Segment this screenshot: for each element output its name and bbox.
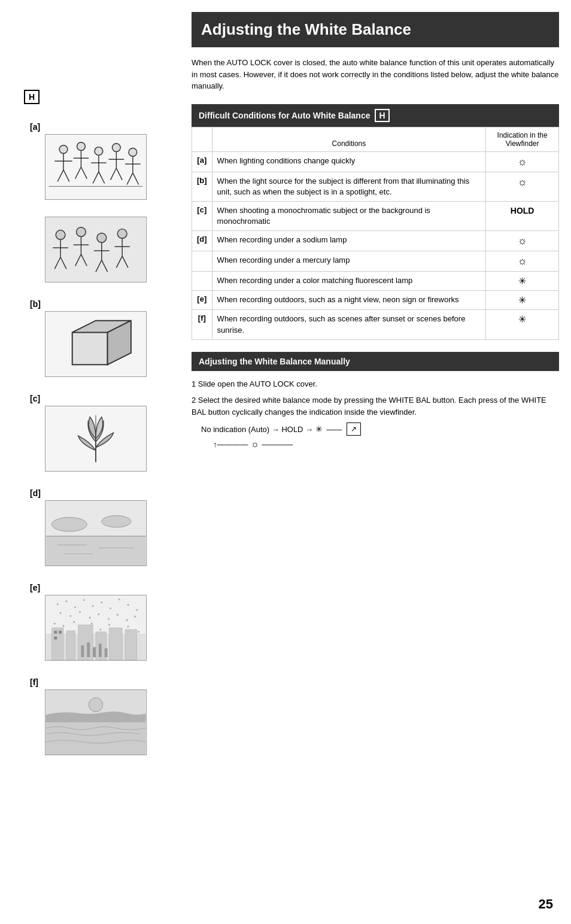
- svg-point-64: [57, 603, 59, 605]
- svg-point-65: [65, 600, 67, 602]
- svg-point-59: [102, 516, 131, 528]
- row-label-d1: [d]: [192, 231, 212, 251]
- image-label-e: [e]: [30, 583, 40, 592]
- svg-point-71: [119, 598, 120, 600]
- condition-c: When shooting a monochromatic subject or…: [212, 202, 486, 231]
- title-section: Adjusting the White Balance: [192, 12, 559, 47]
- svg-point-91: [127, 626, 129, 628]
- cycle-sub-line: ————: [262, 439, 293, 451]
- cycle-sun-sub: ☼: [251, 437, 260, 451]
- cycle-sub: ↑————: [213, 439, 248, 451]
- page-title: Adjusting the White Balance: [201, 20, 549, 39]
- sun-icon-d2: ☼: [517, 255, 527, 267]
- table-row: When recording under a mercury lamp ☼: [192, 251, 559, 272]
- sun-dots-e: ✳: [518, 295, 526, 305]
- row-label-a: [a]: [192, 151, 212, 172]
- sun-dots-d3: ✳: [518, 276, 526, 286]
- table-row: [e] When recording outdoors, such as a n…: [192, 291, 559, 310]
- svg-point-85: [73, 621, 75, 623]
- svg-point-6: [77, 142, 86, 151]
- indication-e: ✳: [486, 291, 559, 310]
- svg-point-112: [89, 698, 103, 712]
- manual-section-header: Adjusting the White Balance Manually: [192, 352, 559, 371]
- indication-d2: ☼: [486, 251, 559, 272]
- svg-point-81: [126, 619, 128, 621]
- svg-point-38: [97, 233, 107, 243]
- col-label: [192, 127, 212, 151]
- row-label-c: [c]: [192, 202, 212, 231]
- svg-rect-107: [105, 648, 108, 657]
- sketch-d: [45, 500, 147, 566]
- page-number: 25: [539, 896, 553, 912]
- svg-point-11: [95, 147, 103, 156]
- svg-point-66: [74, 606, 76, 608]
- condition-e: When recording outdoors, such as a night…: [212, 291, 486, 310]
- svg-point-33: [77, 227, 86, 237]
- col-conditions: Conditions: [212, 127, 486, 151]
- indication-b: ☼: [486, 172, 559, 201]
- col-indication: Indication in the Viewfinder: [486, 127, 559, 151]
- svg-point-69: [101, 601, 102, 603]
- image-group-b: [b]: [12, 299, 180, 377]
- svg-rect-105: [93, 647, 96, 657]
- step2: 2 Select the desired white balance mode …: [192, 394, 559, 418]
- sketch-a2: [45, 217, 147, 282]
- image-group-e: [e]: [12, 583, 180, 661]
- image-group-a: [a]: [12, 122, 180, 200]
- svg-point-16: [112, 144, 120, 152]
- manual-section-title: Adjusting the White Balance Manually: [199, 357, 350, 366]
- sketch-c: [45, 406, 147, 472]
- svg-rect-95: [66, 631, 75, 660]
- row-label-d3: [192, 272, 212, 291]
- image-group-d: [d]: [12, 488, 180, 566]
- svg-point-28: [56, 230, 65, 240]
- image-label-b: [b]: [30, 299, 41, 309]
- svg-point-70: [110, 607, 111, 609]
- condition-b: When the light source for the subject is…: [212, 172, 486, 201]
- table-row: [a] When lighting conditions change quic…: [192, 151, 559, 172]
- cycle-sun-icon: ✳: [315, 423, 323, 436]
- svg-point-75: [69, 615, 71, 617]
- left-column: H [a]: [12, 12, 180, 912]
- svg-point-68: [92, 605, 94, 607]
- manual-steps: 1 Slide open the AUTO LOCK cover. 2 Sele…: [192, 378, 559, 452]
- svg-point-76: [79, 611, 81, 613]
- cycle-box: ↗: [347, 423, 361, 436]
- svg-rect-100: [54, 631, 57, 634]
- svg-point-74: [60, 612, 62, 614]
- cycle-arrow: ——: [326, 424, 342, 436]
- hold-text: HOLD: [511, 206, 534, 215]
- table-row: [c] When shooting a monochromatic subjec…: [192, 202, 559, 231]
- intro-text: When the AUTO LOCK cover is closed, the …: [192, 57, 559, 92]
- condition-f: When recording outdoors, such as scenes …: [212, 310, 486, 339]
- condition-a: When lighting conditions change quickly: [212, 151, 486, 172]
- svg-point-83: [54, 623, 56, 625]
- svg-rect-102: [54, 637, 57, 640]
- indication-d3: ✳: [486, 272, 559, 291]
- indication-f: ✳: [486, 310, 559, 339]
- svg-point-67: [83, 599, 85, 601]
- svg-rect-106: [99, 644, 102, 658]
- row-label-f: [f]: [192, 310, 212, 339]
- difficult-conditions-title: Difficult Conditions for Auto White Bala…: [199, 111, 370, 120]
- svg-point-73: [136, 609, 138, 611]
- row-label-b: [b]: [192, 172, 212, 201]
- svg-point-80: [117, 614, 119, 616]
- svg-point-82: [134, 616, 136, 618]
- image-label-d: [d]: [30, 488, 41, 498]
- svg-rect-104: [87, 643, 90, 658]
- svg-point-58: [51, 517, 87, 531]
- sun-icon-a: ☼: [517, 156, 527, 168]
- indication-a: ☼: [486, 151, 559, 172]
- condition-d3: When recording under a color matching fl…: [212, 272, 486, 291]
- svg-point-1: [59, 145, 68, 154]
- svg-rect-49: [72, 332, 108, 364]
- image-label-c: [c]: [30, 394, 40, 403]
- condition-d2: When recording under a mercury lamp: [212, 251, 486, 272]
- svg-point-21: [129, 148, 137, 157]
- image-group-f: [f]: [12, 677, 180, 755]
- cycle-line2: ↑———— ☼ ————: [213, 437, 559, 451]
- sketch-a: [45, 134, 147, 200]
- svg-point-88: [99, 628, 101, 630]
- h-badge-top: H: [24, 90, 40, 104]
